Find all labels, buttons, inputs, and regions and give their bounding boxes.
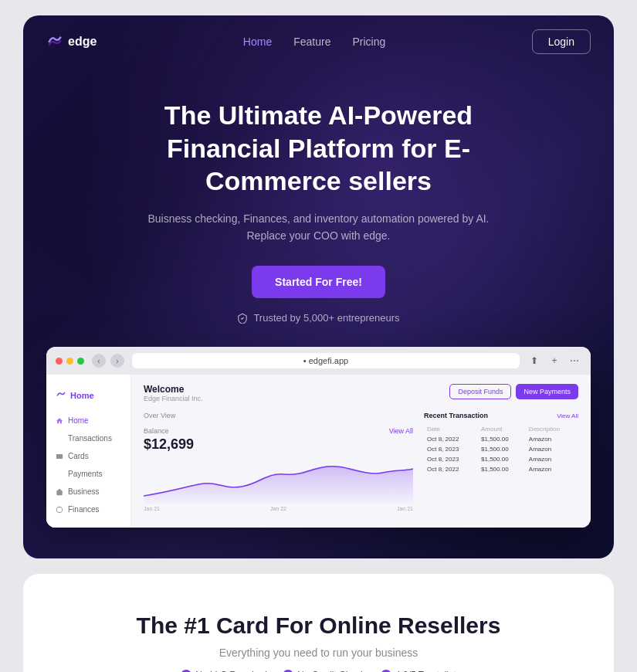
app-logo-text: Home (70, 391, 94, 400)
browser-mockup: ‹ › • edgefi.app ⬆ + ⋯ (23, 339, 614, 528)
sidebar-item-business[interactable]: Business (46, 483, 130, 501)
th-amount: Amount (478, 424, 526, 434)
sidebar-label-cards: Cards (68, 452, 89, 460)
url-bar[interactable]: • edgefi.app (132, 353, 520, 368)
forward-button[interactable]: › (110, 354, 124, 368)
shield-icon (237, 313, 248, 324)
table-row: Oct 8, 2022 $1,500.00 Amazon (424, 434, 578, 444)
browser-bar: ‹ › • edgefi.app ⬆ + ⋯ (46, 347, 591, 375)
overview-section: Over View Balance View All $12,699 (144, 412, 578, 511)
transactions-view-all[interactable]: View All (557, 412, 578, 419)
tx-desc: Amazon (526, 434, 578, 444)
more-icon[interactable]: ⋯ (568, 354, 581, 368)
app-logo-icon (56, 390, 66, 401)
back-button[interactable]: ‹ (92, 354, 106, 368)
browser-nav-controls: ‹ › (92, 354, 124, 368)
tx-amount: $1,500.00 (478, 444, 526, 454)
transaction-table: Date Amount Description Oct 8, 2022 $1,5… (424, 424, 578, 474)
balance-label: Balance (144, 427, 169, 435)
app-logo: Home (46, 384, 130, 412)
balance-amount: $12,699 (144, 436, 413, 453)
dot-maximize[interactable] (77, 358, 84, 365)
trust-badge: Trusted by 5,000+ entrepreneurs (69, 312, 568, 324)
app-welcome-text: Welcome (144, 384, 203, 395)
sidebar-item-home[interactable]: Home (46, 412, 130, 429)
transactions-icon (56, 435, 63, 443)
svg-rect-0 (56, 454, 63, 459)
sidebar-label-business: Business (68, 487, 100, 496)
business-icon (56, 488, 63, 496)
app-sidebar: Home Home Transactions Cards (46, 375, 131, 528)
sidebar-item-cards[interactable]: Cards (46, 447, 130, 465)
browser-frame: ‹ › • edgefi.app ⬆ + ⋯ (46, 347, 591, 528)
hero-subtitle: Buisness checking, Finances, and invento… (69, 210, 568, 245)
sidebar-item-payments[interactable]: Payments (46, 465, 130, 483)
card-section-subtitle: Everything you need to run your business (46, 647, 591, 659)
page-wrapper: edge Home Feature Pricing Login The Ulti… (0, 15, 637, 672)
tx-date: Oct 8, 2022 (424, 464, 478, 474)
card-section-title: The #1 Card For Online Resellers (46, 613, 591, 639)
tx-date: Oct 8, 2023 (424, 444, 478, 454)
table-row: Oct 8, 2023 $1,500.00 Amazon (424, 454, 578, 464)
transactions-area: Recent Transaction View All Date Amount … (424, 412, 578, 511)
app-content: Home Home Transactions Cards (46, 375, 591, 528)
nav-link-home[interactable]: Home (243, 36, 272, 48)
table-row: Oct 8, 2022 $1,500.00 Amazon (424, 464, 578, 474)
nav-links: Home Feature Pricing (243, 36, 385, 48)
card-section: The #1 Card For Online Resellers Everyth… (23, 574, 614, 672)
sidebar-item-finances[interactable]: Finances (46, 501, 130, 518)
tx-amount: $1,500.00 (478, 464, 526, 474)
card-section-header: The #1 Card For Online Resellers Everyth… (46, 613, 591, 672)
sidebar-label-finances: Finances (68, 505, 100, 514)
cta-button[interactable]: Started For Free! (252, 266, 385, 298)
finances-icon (56, 506, 63, 514)
dot-close[interactable] (56, 358, 63, 365)
th-description: Description (526, 424, 578, 434)
dot-minimize[interactable] (66, 358, 73, 365)
logo[interactable]: edge (46, 33, 97, 50)
browser-traffic-lights (56, 358, 84, 365)
balance-area: Over View Balance View All $12,699 (144, 412, 413, 511)
new-payments-button[interactable]: New Payments (516, 384, 578, 399)
tx-desc: Amazon (526, 464, 578, 474)
app-welcome-block: Welcome Edge Financial Inc. (144, 384, 203, 402)
app-header: Welcome Edge Financial Inc. Deposit Fund… (144, 384, 578, 402)
tx-date: Oct 8, 2022 (424, 434, 478, 444)
recent-title: Recent Transaction (424, 412, 488, 419)
browser-action-buttons: ⬆ + ⋯ (527, 354, 581, 368)
table-row: Oct 8, 2023 $1,500.00 Amazon (424, 444, 578, 454)
navbar: edge Home Feature Pricing Login (23, 15, 614, 68)
tx-desc: Amazon (526, 454, 578, 464)
sidebar-label-home: Home (68, 416, 89, 425)
logo-icon (46, 33, 63, 50)
recent-header: Recent Transaction View All (424, 412, 578, 419)
balance-chart (144, 457, 413, 504)
tx-date: Oct 8, 2023 (424, 454, 478, 464)
app-company-text: Edge Financial Inc. (144, 395, 203, 402)
app-header-buttons: Deposit Funds New Payments (449, 384, 578, 399)
login-button[interactable]: Login (532, 29, 591, 54)
nav-link-feature[interactable]: Feature (293, 36, 330, 48)
app-main: Welcome Edge Financial Inc. Deposit Fund… (131, 375, 591, 528)
th-date: Date (424, 424, 478, 434)
tx-amount: $1,500.00 (478, 434, 526, 444)
sidebar-label-payments: Payments (68, 470, 102, 478)
trust-text: Trusted by 5,000+ entrepreneurs (253, 312, 399, 324)
chart-dates: Jan 21 Jan 22 Jan 21 (144, 506, 413, 511)
share-icon[interactable]: ⬆ (527, 354, 541, 368)
overview-label: Over View (144, 412, 175, 419)
deposit-button[interactable]: Deposit Funds (449, 384, 511, 399)
home-icon (56, 417, 63, 425)
logo-text: edge (68, 35, 97, 49)
payments-icon (56, 470, 63, 478)
hero-section: edge Home Feature Pricing Login The Ulti… (23, 15, 614, 558)
view-all-link[interactable]: View All (389, 427, 413, 435)
nav-link-pricing[interactable]: Pricing (352, 36, 385, 48)
cards-icon (56, 453, 63, 460)
sidebar-item-transactions[interactable]: Transactions (46, 429, 130, 447)
sidebar-label-transactions: Transactions (68, 434, 112, 443)
add-tab-icon[interactable]: + (547, 354, 561, 368)
tx-desc: Amazon (526, 444, 578, 454)
tx-amount: $1,500.00 (478, 454, 526, 464)
hero-title: The Ultimate AI-Powered Financial Platfo… (118, 99, 520, 198)
